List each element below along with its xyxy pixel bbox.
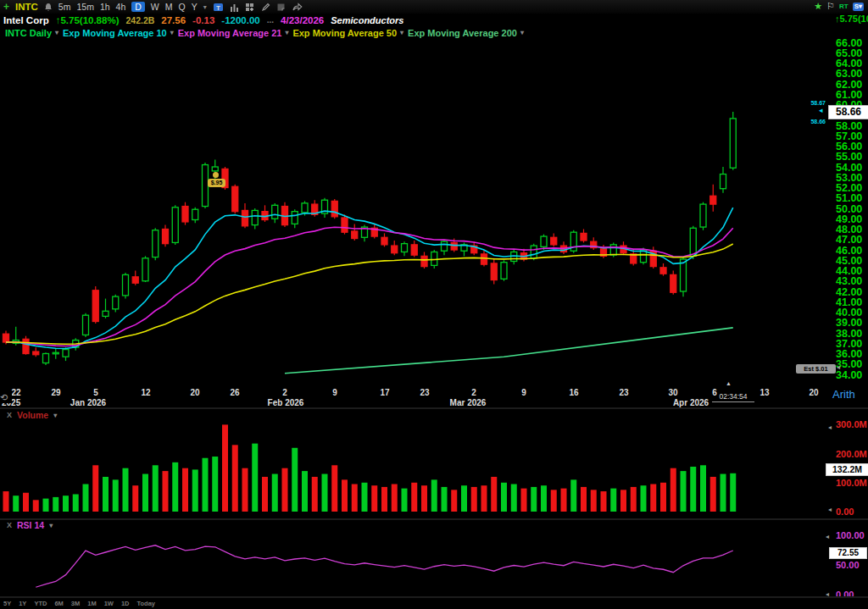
indicator-chip-2[interactable]: Exp Moving Average 50▾	[292, 28, 403, 38]
chip-label: INTC Daily	[5, 28, 52, 38]
pe-ratio: 27.56	[161, 15, 186, 25]
volume-bar	[381, 487, 387, 512]
volume-bar	[123, 468, 129, 512]
price-axis-label: 66.00	[836, 39, 862, 49]
axis-marker-icon: ◂	[837, 363, 840, 371]
toolbar-right-group: ★ ⚐ RT S▾	[814, 1, 868, 12]
timeframe-caret-icon[interactable]: ▾	[203, 3, 207, 11]
candle	[631, 250, 637, 265]
volume-title[interactable]: Volume	[17, 410, 48, 420]
price-axis-label: 64.00	[836, 58, 862, 69]
volume-chart-canvas[interactable]: 300.0M200.0M100.0M0.00	[0, 420, 868, 518]
chevron-down-icon[interactable]: ▾	[285, 29, 288, 36]
candle	[252, 208, 258, 230]
chart-type-icon[interactable]: T	[213, 3, 224, 12]
layout-grid-icon[interactable]	[245, 3, 255, 12]
timeframe-Y[interactable]: Y	[192, 2, 198, 12]
earnings-event-icon[interactable]	[213, 172, 219, 178]
volume-bar	[690, 467, 696, 512]
svg-text:T: T	[216, 3, 220, 11]
timeframe-5m[interactable]: 5m	[58, 2, 71, 12]
range-button-1y[interactable]: 1Y	[19, 600, 26, 607]
range-button-3m[interactable]: 3M	[71, 600, 80, 607]
candle	[710, 185, 716, 212]
chevron-down-icon[interactable]: ▾	[170, 29, 174, 36]
date-tick: 9	[332, 388, 337, 397]
timeframe-15m[interactable]: 15m	[76, 2, 93, 12]
volume-bar	[203, 458, 209, 512]
indicators-icon[interactable]	[230, 3, 239, 12]
chevron-down-icon[interactable]: ▾	[520, 29, 524, 36]
candle	[392, 241, 398, 255]
share-icon[interactable]	[292, 3, 303, 12]
notes-icon[interactable]	[276, 3, 286, 12]
chevron-down-icon[interactable]: ▾	[400, 29, 403, 36]
series-chip[interactable]: INTC Daily▾	[5, 28, 58, 38]
stream-badge[interactable]: S▾	[853, 3, 864, 11]
month-label: Feb 2026	[268, 398, 304, 407]
scale-mode-label[interactable]: Arith	[832, 388, 855, 401]
timeframe-4h[interactable]: 4h	[116, 2, 126, 12]
volume-bar	[362, 483, 368, 512]
alert-bell-icon[interactable]	[44, 3, 53, 12]
candle	[33, 347, 39, 357]
favorite-star-icon[interactable]: ★	[814, 1, 822, 12]
range-button-1m[interactable]: 1M	[87, 600, 96, 607]
volume-bar	[641, 485, 647, 512]
sector-label[interactable]: Semiconductors	[331, 15, 403, 25]
add-symbol-icon[interactable]: +	[3, 1, 9, 13]
price-axis-label: 38.00	[836, 328, 862, 340]
timeframe-1h[interactable]: 1h	[100, 2, 110, 12]
candle	[442, 240, 448, 255]
range-button-ytd[interactable]: YTD	[34, 600, 47, 607]
volume-bar	[471, 487, 477, 512]
range-preset-row: 5Y1YYTD6M3M1M1W1DToday	[3, 600, 155, 607]
volume-bar	[331, 465, 337, 512]
rsi-chart-canvas[interactable]: 100.0050.000.00	[0, 529, 868, 596]
date-tick: 2	[471, 388, 476, 397]
market-cap: 242.2B	[125, 15, 154, 25]
panel-divider	[0, 407, 868, 409]
indicator-chip-0[interactable]: Exp Moving Average 10▾	[63, 28, 174, 38]
date-tick: 20	[190, 388, 199, 397]
timeframe-W[interactable]: W	[151, 2, 159, 12]
month-label: Jan 2026	[70, 398, 106, 407]
candle	[501, 260, 507, 281]
volume-bar	[501, 483, 507, 512]
timeframe-Q[interactable]: Q	[179, 2, 186, 12]
range-button-5y[interactable]: 5Y	[3, 600, 11, 607]
date-tick: 17	[380, 388, 389, 397]
candle	[471, 241, 477, 255]
month-label: Apr 2026	[673, 398, 709, 407]
candle	[322, 198, 328, 218]
volume-bar	[561, 489, 567, 512]
earnings-eps-badge[interactable]: $.95	[208, 179, 225, 187]
volume-axis-label: 100.0M	[836, 478, 867, 488]
volume-caret-icon[interactable]: ▾	[53, 412, 57, 419]
candle	[282, 202, 288, 227]
volume-close-button[interactable]: X	[7, 411, 12, 419]
indicator-chip-3[interactable]: Exp Moving Average 200▾	[408, 28, 524, 38]
draw-pencil-icon[interactable]	[261, 3, 270, 12]
candle	[23, 336, 29, 355]
candle	[660, 263, 666, 276]
range-button-6m[interactable]: 6M	[54, 600, 63, 607]
timeframe-D[interactable]: D	[131, 2, 145, 12]
candle	[730, 112, 736, 170]
timeframe-M[interactable]: M	[165, 2, 173, 12]
range-button-1d[interactable]: 1D	[121, 600, 130, 607]
flag-icon[interactable]: ⚐	[826, 1, 835, 12]
symbol-label[interactable]: INTC	[15, 2, 38, 12]
volume-bar	[192, 469, 198, 512]
volume-bar	[103, 477, 108, 512]
chevron-down-icon[interactable]: ▾	[55, 29, 58, 36]
chip-label: Exp Moving Average 21	[178, 28, 282, 38]
range-button-1w[interactable]: 1W	[104, 600, 114, 607]
price-chart-canvas[interactable]: 34.0035.0036.0037.0038.0039.0040.0041.00…	[0, 39, 868, 407]
indicator-chip-1[interactable]: Exp Moving Average 21▾	[178, 28, 289, 38]
refresh-icon[interactable]: ⟲	[0, 392, 12, 403]
candle	[182, 202, 188, 225]
current-rsi-tag: 72.55	[829, 547, 867, 559]
volume-bar	[541, 485, 547, 512]
range-button-today[interactable]: Today	[136, 600, 155, 607]
